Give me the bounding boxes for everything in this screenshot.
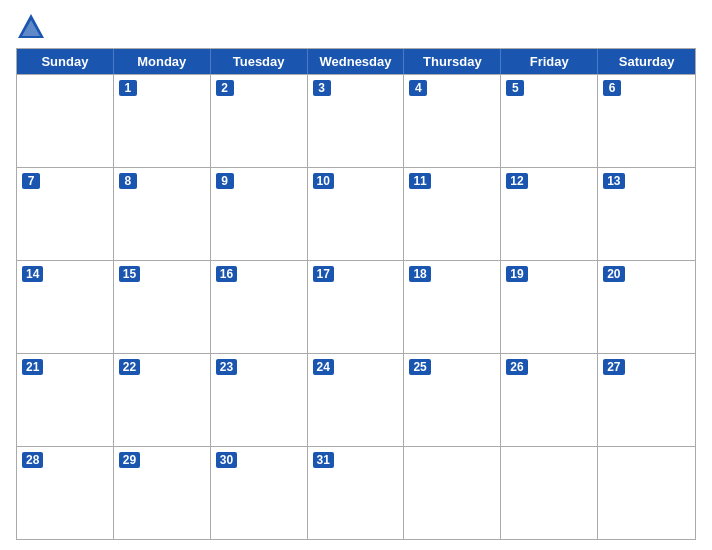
day-number: 19 <box>506 266 527 282</box>
header-day-monday: Monday <box>114 49 211 74</box>
calendar-cell <box>598 447 695 539</box>
calendar-cell: 30 <box>211 447 308 539</box>
day-number: 29 <box>119 452 140 468</box>
calendar-cell: 12 <box>501 168 598 260</box>
day-number: 7 <box>22 173 40 189</box>
calendar-week-4: 21222324252627 <box>17 353 695 446</box>
day-number: 31 <box>313 452 334 468</box>
day-number: 15 <box>119 266 140 282</box>
calendar-cell: 28 <box>17 447 114 539</box>
day-number: 24 <box>313 359 334 375</box>
calendar-cell: 26 <box>501 354 598 446</box>
day-number: 27 <box>603 359 624 375</box>
day-number: 6 <box>603 80 621 96</box>
day-number: 8 <box>119 173 137 189</box>
calendar-header-row: SundayMondayTuesdayWednesdayThursdayFrid… <box>17 49 695 74</box>
day-number: 20 <box>603 266 624 282</box>
page-header <box>16 12 696 42</box>
calendar-cell: 29 <box>114 447 211 539</box>
calendar-cell: 8 <box>114 168 211 260</box>
day-number: 9 <box>216 173 234 189</box>
calendar-cell: 24 <box>308 354 405 446</box>
calendar-cell: 18 <box>404 261 501 353</box>
calendar-cell: 4 <box>404 75 501 167</box>
day-number: 21 <box>22 359 43 375</box>
calendar-cell: 20 <box>598 261 695 353</box>
calendar-week-3: 14151617181920 <box>17 260 695 353</box>
day-number: 1 <box>119 80 137 96</box>
calendar-cell: 10 <box>308 168 405 260</box>
calendar-cell: 3 <box>308 75 405 167</box>
calendar-cell: 19 <box>501 261 598 353</box>
day-number: 16 <box>216 266 237 282</box>
calendar-cell: 14 <box>17 261 114 353</box>
calendar-cell: 21 <box>17 354 114 446</box>
day-number: 11 <box>409 173 430 189</box>
header-day-thursday: Thursday <box>404 49 501 74</box>
calendar-page: SundayMondayTuesdayWednesdayThursdayFrid… <box>0 0 712 550</box>
calendar-week-5: 28293031 <box>17 446 695 539</box>
calendar-body: 1234567891011121314151617181920212223242… <box>17 74 695 539</box>
calendar-cell: 9 <box>211 168 308 260</box>
logo-icon <box>16 12 46 42</box>
calendar-week-1: 123456 <box>17 74 695 167</box>
header-day-saturday: Saturday <box>598 49 695 74</box>
day-number: 17 <box>313 266 334 282</box>
calendar-cell: 27 <box>598 354 695 446</box>
calendar-cell: 7 <box>17 168 114 260</box>
calendar-cell: 6 <box>598 75 695 167</box>
header-day-friday: Friday <box>501 49 598 74</box>
calendar-cell: 31 <box>308 447 405 539</box>
calendar-cell: 25 <box>404 354 501 446</box>
calendar-cell <box>404 447 501 539</box>
calendar-week-2: 78910111213 <box>17 167 695 260</box>
calendar-grid: SundayMondayTuesdayWednesdayThursdayFrid… <box>16 48 696 540</box>
header-day-sunday: Sunday <box>17 49 114 74</box>
calendar-cell: 15 <box>114 261 211 353</box>
day-number: 13 <box>603 173 624 189</box>
calendar-cell <box>501 447 598 539</box>
calendar-cell: 16 <box>211 261 308 353</box>
calendar-cell <box>17 75 114 167</box>
calendar-cell: 22 <box>114 354 211 446</box>
day-number: 12 <box>506 173 527 189</box>
day-number: 14 <box>22 266 43 282</box>
calendar-cell: 23 <box>211 354 308 446</box>
day-number: 4 <box>409 80 427 96</box>
day-number: 18 <box>409 266 430 282</box>
day-number: 26 <box>506 359 527 375</box>
logo <box>16 12 52 42</box>
day-number: 5 <box>506 80 524 96</box>
calendar-cell: 13 <box>598 168 695 260</box>
calendar-cell: 5 <box>501 75 598 167</box>
day-number: 30 <box>216 452 237 468</box>
header-day-wednesday: Wednesday <box>308 49 405 74</box>
calendar-cell: 17 <box>308 261 405 353</box>
calendar-cell: 1 <box>114 75 211 167</box>
day-number: 23 <box>216 359 237 375</box>
day-number: 22 <box>119 359 140 375</box>
header-day-tuesday: Tuesday <box>211 49 308 74</box>
calendar-cell: 11 <box>404 168 501 260</box>
day-number: 25 <box>409 359 430 375</box>
calendar-cell: 2 <box>211 75 308 167</box>
day-number: 28 <box>22 452 43 468</box>
day-number: 3 <box>313 80 331 96</box>
day-number: 2 <box>216 80 234 96</box>
day-number: 10 <box>313 173 334 189</box>
